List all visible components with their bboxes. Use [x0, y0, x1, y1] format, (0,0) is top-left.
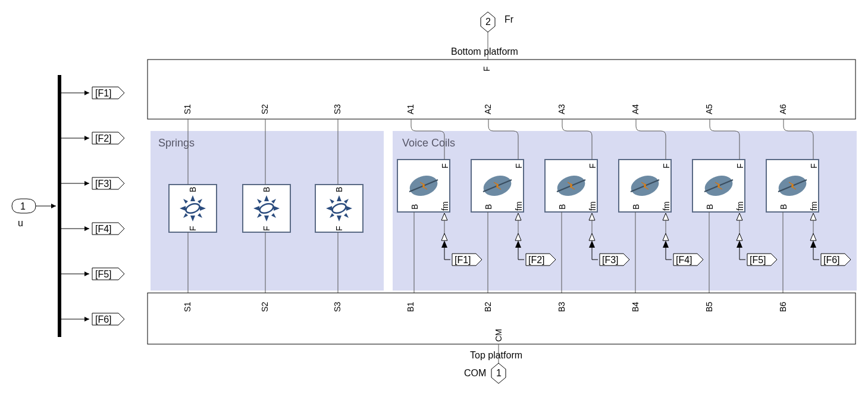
outport-fr: 2 Fr — [481, 12, 514, 32]
svg-text:F: F — [440, 163, 450, 168]
svg-marker-3 — [84, 136, 89, 141]
svg-text:F: F — [588, 163, 597, 168]
top-platform-port-CM: CM — [494, 329, 503, 342]
inport-label: u — [18, 218, 23, 228]
svg-text:fm: fm — [514, 201, 524, 211]
svg-text:[F2]: [F2] — [528, 255, 545, 265]
svg-text:S3: S3 — [333, 104, 342, 114]
svg-text:A4: A4 — [631, 104, 640, 114]
voicecoils-title: Voice Coils — [402, 137, 455, 149]
svg-text:B: B — [410, 204, 419, 210]
tag-f3: [F3] — [95, 179, 112, 189]
demux-tag-group: [F1] [F2] [F3] [F4] [F5] — [61, 87, 124, 325]
inport-number: 1 — [20, 201, 26, 211]
svg-text:S2: S2 — [260, 302, 270, 312]
svg-text:B: B — [188, 187, 198, 192]
svg-text:B: B — [334, 187, 344, 192]
arrow-into-bus — [51, 204, 56, 208]
outport-com-label: COM — [464, 368, 486, 378]
svg-text:fm: fm — [440, 201, 450, 211]
tag-f6: [F6] — [95, 314, 112, 324]
svg-text:[F6]: [F6] — [823, 255, 840, 265]
svg-text:S3: S3 — [333, 302, 342, 312]
tag-f5: [F5] — [95, 269, 112, 279]
tag-f2: [F2] — [95, 133, 112, 143]
svg-text:fm: fm — [735, 201, 745, 211]
svg-text:F: F — [662, 163, 671, 168]
svg-text:F: F — [188, 226, 198, 231]
bottom-platform-title: Bottom platform — [451, 46, 518, 57]
svg-marker-1 — [84, 90, 89, 95]
svg-marker-7 — [84, 226, 89, 231]
svg-text:[F4]: [F4] — [676, 255, 692, 265]
svg-text:A5: A5 — [704, 104, 714, 114]
svg-marker-9 — [84, 271, 89, 276]
svg-text:B2: B2 — [483, 302, 493, 312]
svg-text:[F5]: [F5] — [750, 255, 766, 265]
outport-fr-number: 2 — [485, 17, 491, 27]
svg-text:S2: S2 — [260, 104, 270, 114]
svg-marker-5 — [84, 181, 89, 186]
outport-com: COM 1 — [464, 363, 506, 383]
svg-text:A3: A3 — [557, 104, 566, 114]
svg-text:B: B — [705, 204, 715, 210]
svg-text:S1: S1 — [183, 104, 192, 114]
svg-text:F: F — [735, 163, 745, 168]
svg-text:F: F — [262, 226, 271, 231]
inport-u: 1 u — [12, 199, 36, 228]
svg-text:[F1]: [F1] — [455, 255, 471, 265]
springs-title: Springs — [158, 137, 195, 149]
svg-text:[F3]: [F3] — [602, 255, 619, 265]
svg-text:fm: fm — [588, 201, 597, 211]
top-platform-title: Top platform — [470, 350, 522, 360]
svg-text:B4: B4 — [631, 302, 640, 312]
svg-text:B3: B3 — [557, 302, 566, 312]
tag-f4: [F4] — [95, 224, 112, 234]
svg-text:B1: B1 — [406, 302, 415, 312]
bottom-platform-block — [148, 60, 856, 119]
svg-text:S1: S1 — [183, 302, 192, 312]
svg-text:fm: fm — [662, 201, 671, 211]
svg-text:F: F — [334, 226, 344, 231]
svg-text:A6: A6 — [778, 104, 788, 114]
svg-text:fm: fm — [809, 201, 819, 211]
svg-text:B5: B5 — [704, 302, 714, 312]
svg-marker-11 — [84, 317, 89, 322]
outport-fr-label: Fr — [504, 14, 514, 24]
svg-text:B6: B6 — [778, 302, 788, 312]
svg-text:A2: A2 — [483, 104, 493, 114]
svg-text:B: B — [262, 187, 271, 192]
svg-text:F: F — [809, 163, 819, 168]
svg-text:B: B — [631, 204, 641, 210]
svg-text:B: B — [779, 204, 788, 210]
tag-f1: [F1] — [95, 88, 112, 98]
svg-text:F: F — [514, 163, 524, 168]
svg-text:B: B — [557, 204, 567, 210]
bottom-platform-port-F: F — [482, 66, 491, 71]
outport-com-number: 1 — [496, 368, 502, 378]
svg-text:B: B — [484, 204, 493, 210]
svg-text:A1: A1 — [406, 104, 415, 114]
